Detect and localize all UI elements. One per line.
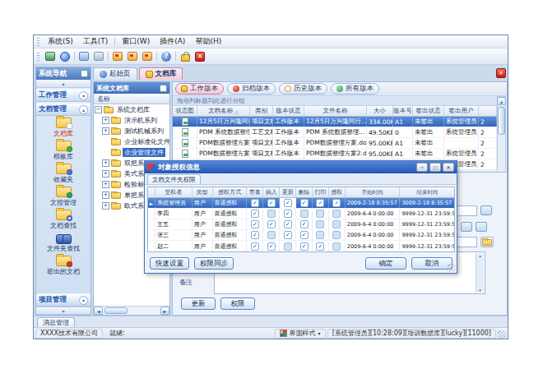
insert-checkbox[interactable] [267, 210, 276, 218]
grant-checkbox[interactable] [332, 242, 341, 251]
exit-button[interactable]: ✕ [193, 50, 207, 62]
permission-sync-button[interactable]: 权限同步 [194, 257, 234, 270]
column-start-time[interactable]: 开始时间 [346, 187, 401, 197]
print-checkbox[interactable] [316, 210, 324, 218]
column-end-time[interactable]: 结束时间 [400, 187, 454, 197]
update-checkbox[interactable] [284, 231, 292, 239]
scroll-right-icon[interactable]: ► [160, 307, 169, 315]
table-row[interactable]: 12月5日万兴隆同行...项目文档 工作版本12月5日万兴隆同行... 334.… [173, 117, 497, 127]
insert-checkbox[interactable] [267, 199, 276, 207]
insert-checkbox[interactable] [267, 220, 276, 228]
calendar-button[interactable] [126, 50, 139, 62]
update-button[interactable]: 更新 [181, 297, 216, 310]
menubar-grip[interactable] [37, 38, 39, 46]
panel-doc-management[interactable]: 文档管理 ▴ [36, 103, 90, 116]
insert-checkbox[interactable] [267, 231, 276, 239]
column-checkout-status[interactable]: 签出状态 [413, 106, 444, 116]
print-checkbox[interactable] [316, 242, 324, 251]
sidebar-item-doc-control[interactable]: 文控管理 [50, 187, 77, 207]
sidebar-scroll-up[interactable]: ▴ [36, 80, 90, 88]
sidebar-item-doc-search[interactable]: 文档查找 [50, 210, 77, 230]
property-button-2a[interactable] [461, 222, 472, 232]
panel-project-management[interactable]: 项目管理 ▾ [36, 293, 90, 307]
sidebar-scroll-down[interactable]: ▾ [36, 307, 90, 315]
property-button-2b[interactable] [476, 222, 487, 232]
column-grantee[interactable]: 受权者 [155, 187, 193, 197]
resize-grip[interactable] [498, 330, 506, 339]
menu-plugins[interactable]: 插件(A) [155, 35, 190, 48]
permission-row[interactable]: 李四用户普通授权 2009-6-4 0:00:009999-12-31 23:5… [148, 209, 454, 219]
maximize-button[interactable]: □ [429, 163, 441, 172]
column-version-status[interactable]: 版本状态 [273, 106, 304, 116]
globe-button[interactable] [58, 50, 72, 62]
close-tab-button[interactable]: ✕ [496, 68, 506, 78]
column-version[interactable]: 版本号 [393, 106, 413, 116]
delete-checkbox[interactable] [300, 199, 309, 207]
column-delete[interactable]: 删除 [296, 187, 313, 197]
all-versions-button[interactable]: 所有版本 [331, 83, 379, 95]
view-checkbox[interactable] [251, 220, 259, 228]
delete-checkbox[interactable] [300, 242, 309, 251]
sidebar-item-checked-out-docs[interactable]: 签出的文档 [47, 256, 80, 276]
expand-icon[interactable]: + [102, 159, 109, 167]
grant-checkbox[interactable] [332, 220, 341, 228]
scroll-left-icon[interactable]: ◄ [94, 307, 103, 315]
column-type[interactable]: 类型 [193, 187, 213, 197]
close-button[interactable]: ✕ [443, 163, 454, 172]
tree-node-selected[interactable]: 企业管理文件 [94, 147, 169, 158]
computer-button[interactable] [44, 50, 57, 62]
column-file-name[interactable]: 文件名称 [304, 106, 367, 116]
ok-button[interactable]: 确定 [365, 257, 406, 270]
expand-icon[interactable]: + [102, 127, 109, 135]
collapse-icon[interactable]: − [95, 106, 102, 113]
table-row[interactable]: PDM数据整理方案.doc项目文档 工作版本PDM数据整理方案.doc 95.0… [173, 138, 497, 149]
sidebar-item-template-library[interactable]: 模板库 [53, 141, 73, 161]
open-folder-button[interactable] [77, 50, 90, 62]
menu-system[interactable]: 系统(S) [43, 35, 78, 48]
column-extra[interactable] [479, 106, 497, 116]
permission-row[interactable]: 张三用户普通授权 2009-6-4 0:00:009999-12-31 23:5… [148, 230, 454, 241]
print-checkbox[interactable] [316, 220, 324, 228]
chevron-down-icon[interactable]: ▾ [79, 296, 88, 305]
print-checkbox[interactable] [316, 231, 324, 239]
update-checkbox[interactable] [284, 199, 292, 207]
tab-document-library[interactable]: 文档库 [139, 67, 183, 80]
lock-button[interactable] [179, 50, 192, 62]
property-button-1[interactable] [480, 205, 492, 215]
view-checkbox[interactable] [251, 231, 259, 239]
delete-checkbox[interactable] [300, 220, 309, 228]
column-checkout-user[interactable]: 签出用户 [444, 106, 479, 116]
report-button[interactable] [141, 50, 154, 62]
grant-checkbox[interactable] [332, 231, 341, 239]
dialog-resize-grip[interactable] [448, 264, 456, 272]
view-checkbox[interactable] [251, 199, 259, 207]
history-version-button[interactable]: 历史版本 [279, 83, 327, 95]
column-status-icon[interactable]: 状态图 [173, 106, 197, 116]
column-print[interactable]: 打印 [313, 187, 329, 197]
interface-style-button[interactable]: 界面样式 ▾ [275, 329, 326, 339]
menu-window[interactable]: 窗口(W) [117, 35, 155, 48]
message-management-tab[interactable]: 消息管理 [37, 317, 75, 327]
dialog-titlebar[interactable]: 对象授权信息 ─ □ ✕ [145, 161, 457, 173]
insert-checkbox[interactable] [267, 242, 276, 251]
tree-node[interactable]: 企业标准化文件 [94, 136, 169, 147]
work-version-button[interactable]: 工作版本 [175, 83, 224, 95]
tree-column-header[interactable]: 名称 [94, 94, 169, 104]
permission-row[interactable]: 王五用户普通授权 2009-6-4 0:00:009999-12-31 23:5… [148, 219, 454, 230]
expand-icon[interactable]: + [102, 202, 109, 210]
minimize-button[interactable]: ─ [416, 163, 428, 172]
browse-folder-button[interactable] [480, 237, 494, 247]
grant-checkbox[interactable] [332, 210, 341, 218]
column-auth-mode[interactable]: 授权方式 [213, 187, 248, 197]
print-checkbox[interactable] [316, 199, 324, 207]
help-button[interactable]: ? [160, 50, 173, 62]
update-checkbox[interactable] [284, 242, 292, 251]
column-insert[interactable]: 插入 [263, 187, 280, 197]
delete-checkbox[interactable] [300, 210, 309, 218]
table-row[interactable]: PDM数据整理方案2.doc项目文档 工作版本PDM数据整理方案2.doc 95… [173, 149, 497, 159]
mail-button[interactable] [111, 50, 124, 62]
scroll-thumb[interactable] [498, 107, 505, 135]
permission-row[interactable]: 赵二用户普通授权 2009-6-4 0:00:009999-12-31 23:5… [148, 241, 454, 251]
permission-row[interactable]: ► 系统管理员用户普通授权 2009-2-18 8:35:573009-2-18… [148, 198, 454, 209]
menu-help[interactable]: 帮助(H) [190, 35, 226, 48]
